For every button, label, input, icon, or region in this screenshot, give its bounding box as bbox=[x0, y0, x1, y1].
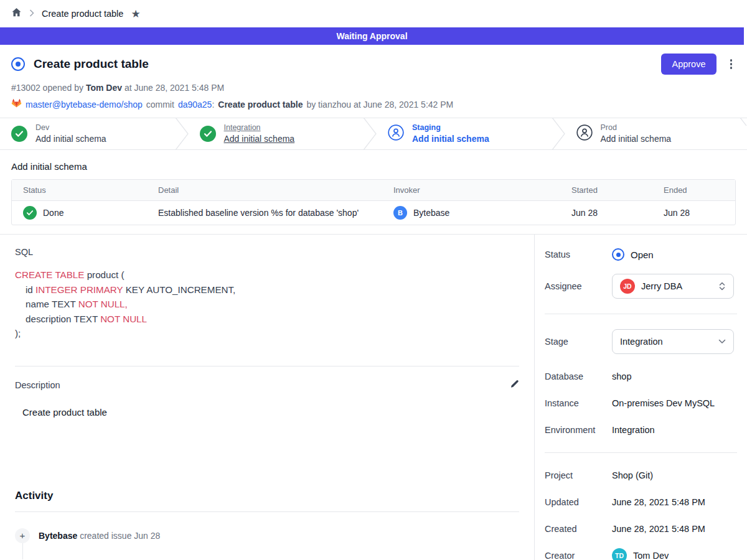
task-ended: Jun 28 bbox=[652, 201, 735, 225]
gitlab-icon bbox=[11, 98, 22, 110]
approve-button[interactable]: Approve bbox=[661, 54, 716, 75]
divider bbox=[545, 452, 737, 453]
issue-sidebar: Status Open Assignee JD Jerry DBA Stage … bbox=[534, 235, 747, 560]
created-row: Created June 28, 2021 5:48 PM bbox=[545, 521, 737, 536]
sql-code-block: CREATE TABLE product ( id INTEGER PRIMAR… bbox=[15, 268, 519, 341]
stage-dev[interactable]: Dev Add initial schema bbox=[0, 118, 175, 149]
environment-row: Environment Integration bbox=[545, 422, 737, 437]
task-started: Jun 28 bbox=[560, 201, 652, 225]
stage-pending-person-icon bbox=[576, 124, 593, 143]
status-open-icon bbox=[612, 248, 624, 261]
instance-row: Instance On-premises Dev MySQL bbox=[545, 396, 737, 411]
task-section: Add initial schema Status Detail Invoker… bbox=[0, 150, 747, 234]
stage-separator-chevron bbox=[552, 118, 565, 150]
chevron-down-icon bbox=[718, 339, 726, 344]
col-header-invoker: Invoker bbox=[382, 180, 560, 201]
task-detail: Established baseline version %s for data… bbox=[147, 201, 382, 225]
stage-task-label: Add initial schema bbox=[601, 133, 672, 145]
task-section-title: Add initial schema bbox=[11, 161, 736, 172]
favorite-star-icon[interactable]: ★ bbox=[131, 9, 140, 19]
stage-row: Stage Integration bbox=[545, 329, 737, 354]
instance-value: On-premises Dev MySQL bbox=[612, 398, 715, 408]
col-header-ended: Ended bbox=[652, 180, 735, 201]
status-value: Open bbox=[631, 250, 654, 260]
vcs-commit-word: commit bbox=[146, 100, 174, 110]
status-row: Status Open bbox=[545, 247, 737, 262]
vcs-commit-author-time: by tianzhou at June 28, 2021 5:42 PM bbox=[306, 100, 453, 110]
home-icon[interactable] bbox=[11, 7, 22, 20]
stage-env-label: Staging bbox=[412, 123, 489, 133]
issue-header: Create product table Approve #13002 open… bbox=[0, 45, 747, 118]
issue-meta: #13002 opened by Tom Dev at June 28, 202… bbox=[11, 83, 736, 93]
task-status: Done bbox=[43, 208, 63, 218]
activity-timeline-connector bbox=[22, 543, 23, 559]
assignee-avatar: JD bbox=[620, 279, 635, 294]
database-row: Database shop bbox=[545, 369, 737, 384]
environment-value: Integration bbox=[612, 425, 655, 435]
stage-separator-chevron bbox=[175, 118, 189, 150]
col-header-started: Started bbox=[560, 180, 652, 201]
divider bbox=[545, 314, 737, 314]
updated-row: Updated June 28, 2021 5:48 PM bbox=[545, 495, 737, 510]
stage-done-check-icon bbox=[11, 126, 27, 142]
stage-env-label: Prod bbox=[601, 123, 672, 133]
issue-detail-panel: SQL CREATE TABLE product ( id INTEGER PR… bbox=[0, 235, 534, 560]
updown-chevron-icon bbox=[718, 281, 726, 291]
project-row: Project Shop (Git) bbox=[545, 468, 737, 483]
task-done-check-icon bbox=[23, 206, 37, 220]
edit-pencil-icon[interactable] bbox=[510, 380, 519, 391]
issue-opened-time: at June 28, 2021 5:48 PM bbox=[125, 83, 224, 93]
breadcrumb-current: Create product table bbox=[42, 9, 123, 19]
status-banner: Waiting Approval bbox=[0, 27, 744, 45]
issue-author: Tom Dev bbox=[86, 83, 122, 93]
vcs-commit-line: master@bytebase-demo/shop commit da90a25… bbox=[11, 98, 736, 110]
status-banner-label: Waiting Approval bbox=[336, 31, 407, 41]
stage-staging[interactable]: Staging Add initial schema bbox=[377, 118, 552, 149]
stage-pending-person-icon bbox=[388, 124, 404, 143]
chevron-right-icon bbox=[29, 9, 34, 19]
kebab-menu-icon[interactable] bbox=[726, 57, 736, 72]
table-row: Done Established baseline version %s for… bbox=[12, 201, 735, 225]
assignee-value: Jerry DBA bbox=[641, 281, 712, 291]
status-label: Status bbox=[545, 250, 612, 259]
stage-prod[interactable]: Prod Add initial schema bbox=[565, 118, 740, 149]
stage-select[interactable]: Integration bbox=[612, 329, 734, 354]
creator-avatar: TD bbox=[612, 548, 627, 560]
activity-actor: Bytebase bbox=[39, 531, 77, 541]
creator-label: Creator bbox=[545, 551, 612, 560]
activity-action: created issue Jun 28 bbox=[80, 531, 160, 541]
stage-task-label: Add initial schema bbox=[224, 133, 295, 145]
stage-separator-chevron bbox=[740, 118, 747, 150]
stage-env-label: Dev bbox=[35, 123, 106, 133]
col-header-detail: Detail bbox=[147, 180, 382, 201]
invoker-avatar: B bbox=[393, 206, 407, 220]
description-text: Create product table bbox=[15, 407, 519, 418]
plus-icon: + bbox=[15, 528, 30, 543]
created-label: Created bbox=[545, 524, 612, 534]
assignee-label: Assignee bbox=[545, 281, 612, 291]
description-label: Description bbox=[15, 380, 60, 390]
vcs-commit-hash-link[interactable]: da90a25 bbox=[178, 100, 212, 110]
activity-item: + Bytebase created issue Jun 28 bbox=[15, 528, 519, 543]
page-title: Create product table bbox=[34, 57, 149, 71]
sql-label: SQL bbox=[15, 247, 519, 257]
assignee-select[interactable]: JD Jerry DBA bbox=[612, 274, 734, 299]
divider bbox=[15, 511, 519, 512]
vcs-separator: : bbox=[212, 100, 214, 110]
pipeline-stage-bar: Dev Add initial schema Integration Add i… bbox=[0, 118, 747, 150]
updated-value: June 28, 2021 5:48 PM bbox=[612, 497, 705, 507]
stage-integration[interactable]: Integration Add initial schema bbox=[189, 118, 364, 149]
database-label: Database bbox=[545, 371, 612, 381]
task-invoker: Bytebase bbox=[413, 208, 449, 218]
stage-task-label: Add initial schema bbox=[412, 133, 489, 145]
stage-value: Integration bbox=[620, 337, 712, 347]
database-value: shop bbox=[612, 371, 631, 381]
breadcrumb: Create product table ★ bbox=[0, 0, 747, 27]
stage-done-check-icon bbox=[200, 126, 216, 142]
creator-row: Creator TD Tom Dev bbox=[545, 548, 737, 560]
activity-heading: Activity bbox=[15, 490, 519, 502]
task-table-header-row: Status Detail Invoker Started Ended bbox=[12, 180, 735, 201]
vcs-branch-link[interactable]: master@bytebase-demo/shop bbox=[26, 100, 143, 110]
updated-label: Updated bbox=[545, 497, 612, 507]
stage-task-label: Add initial schema bbox=[35, 133, 106, 145]
